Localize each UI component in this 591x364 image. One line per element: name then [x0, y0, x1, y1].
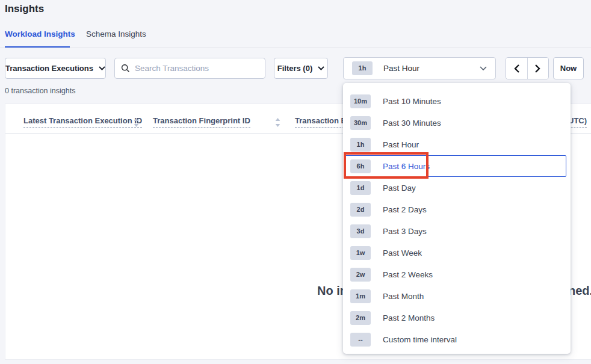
insights-count: 0 transaction insights: [5, 87, 75, 95]
chevron-left-icon: [514, 64, 519, 73]
time-option-label: Past 2 Days: [383, 205, 427, 214]
time-option-past-month[interactable]: 1m Past Month: [343, 285, 571, 307]
time-option-label: Past 30 Minutes: [383, 119, 441, 128]
time-prev-button[interactable]: [506, 58, 527, 79]
time-option-badge: 10m: [350, 94, 371, 108]
time-option-past-2-days[interactable]: 2d Past 2 Days: [343, 199, 571, 220]
time-range-dropdown: 10m Past 10 Minutes 30m Past 30 Minutes …: [343, 83, 571, 354]
search-box[interactable]: [114, 58, 265, 79]
time-option-badge: 2m: [350, 311, 371, 325]
time-range-badge: 1h: [352, 61, 373, 75]
time-option-past-day[interactable]: 1d Past Day: [343, 177, 571, 199]
time-option-badge: 6h: [350, 159, 371, 173]
time-next-button[interactable]: [527, 58, 549, 79]
time-option-past-30-minutes[interactable]: 30m Past 30 Minutes: [343, 112, 571, 134]
insights-page: Insights Workload Insights Schema Insigh…: [0, 0, 591, 364]
time-option-badge: 3d: [350, 224, 371, 238]
time-option-label: Past 3 Days: [383, 227, 427, 236]
time-option-badge: 1h: [350, 138, 371, 152]
chevron-down-icon: [318, 66, 324, 70]
search-icon: [121, 64, 130, 73]
time-option-label: Past Day: [383, 184, 416, 193]
active-tab-underline: [5, 46, 70, 48]
chevron-down-icon: [99, 66, 105, 70]
column-header-transaction-fingerprint-id[interactable]: Transaction Fingerprint ID: [153, 116, 250, 125]
time-option-label: Past Hour: [383, 140, 419, 149]
time-option-past-10-minutes[interactable]: 10m Past 10 Minutes: [343, 90, 571, 112]
time-range-label: Past Hour: [383, 64, 419, 73]
tabs-divider: [0, 48, 591, 48]
column-header-utc-clipped[interactable]: UTC): [568, 116, 587, 125]
time-nav-group: [506, 57, 549, 79]
search-input[interactable]: [135, 64, 259, 73]
time-option-badge: --: [350, 333, 371, 347]
time-option-badge: 1m: [350, 289, 371, 303]
time-option-label: Past Month: [383, 292, 424, 301]
sort-icon[interactable]: [275, 118, 280, 129]
time-option-label: Custom time interval: [383, 335, 457, 344]
time-option-badge: 1w: [350, 246, 371, 260]
time-option-label: Past Week: [383, 248, 422, 258]
chevron-right-icon: [535, 64, 540, 73]
time-option-badge: 1d: [350, 181, 371, 195]
tab-workload-insights[interactable]: Workload Insights: [5, 29, 75, 39]
time-option-past-hour[interactable]: 1h Past Hour: [343, 134, 571, 155]
page-title: Insights: [5, 3, 44, 15]
time-option-past-2-months[interactable]: 2m Past 2 Months: [343, 307, 571, 329]
time-option-custom-time-interval[interactable]: -- Custom time interval: [343, 329, 571, 350]
tab-schema-insights[interactable]: Schema Insights: [86, 29, 146, 39]
empty-state-text-fragment-right: ned.: [568, 284, 591, 298]
sort-icon[interactable]: [134, 118, 139, 129]
now-button-label: Now: [560, 64, 577, 73]
time-option-label: Past 2 Months: [383, 313, 435, 322]
time-option-badge: 30m: [350, 116, 371, 130]
time-option-past-3-days[interactable]: 3d Past 3 Days: [343, 220, 571, 242]
time-option-label: Past 2 Weeks: [383, 270, 433, 279]
filters-button[interactable]: Filters (0): [274, 58, 328, 79]
time-option-past-week[interactable]: 1w Past Week: [343, 242, 571, 264]
time-option-past-6-hours[interactable]: 6h Past 6 Hours: [343, 155, 571, 177]
time-option-label: Past 10 Minutes: [383, 97, 441, 106]
time-option-badge: 2d: [350, 203, 371, 217]
column-header-latest-transaction-execution-id[interactable]: Latest Transaction Execution ID: [23, 116, 142, 125]
time-range-selector[interactable]: 1h Past Hour: [343, 57, 496, 79]
time-option-past-2-weeks[interactable]: 2w Past 2 Weeks: [343, 264, 571, 285]
now-button[interactable]: Now: [553, 57, 584, 79]
time-option-label: Past 6 Hours: [383, 162, 430, 171]
view-selector-button[interactable]: Transaction Executions: [5, 58, 106, 79]
time-option-badge: 2w: [350, 268, 371, 282]
view-selector-label: Transaction Executions: [5, 64, 93, 73]
column-header-transaction-execution-clipped[interactable]: Transaction Ex: [295, 116, 350, 125]
chevron-down-icon: [480, 66, 487, 71]
filters-label: Filters (0): [277, 64, 313, 73]
